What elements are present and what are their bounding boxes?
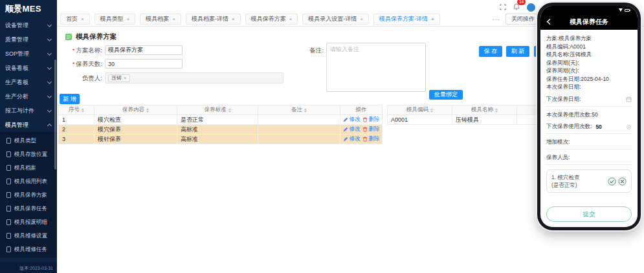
sidebar-item-quality-mgmt[interactable]: 质量管理: [0, 32, 57, 47]
table-header-row: 序号 保养内容 保养标准 备注 操作: [59, 105, 383, 115]
maintain-days-label: *保养天数:: [57, 60, 102, 69]
tab-mold-archive[interactable]: 模具档案×: [140, 14, 181, 25]
chevron-up-icon: [47, 123, 52, 127]
sort-icon[interactable]: [146, 108, 149, 113]
plan-name-input[interactable]: [105, 45, 183, 55]
sidebar-item-mold-location[interactable]: 模具存放位置: [0, 147, 57, 161]
gear-icon[interactable]: [626, 124, 632, 130]
mold-code-line: 模具编码:A0001: [546, 43, 632, 51]
add-shots-field[interactable]: 增加模次:: [546, 136, 632, 149]
battery-icon: [625, 9, 630, 12]
sidebar-item-mold-maintain-plan[interactable]: 模具保养方案: [0, 188, 57, 202]
tab-mold-type[interactable]: 模具类型×: [94, 14, 136, 25]
save-button[interactable]: 保 存: [479, 46, 502, 57]
calendar-icon[interactable]: [626, 96, 632, 102]
task-date-line: 保养任务日期:2025-04-10: [546, 75, 632, 83]
app-logo: 顺景MES: [0, 0, 57, 18]
card-item-name: 1. 模穴检查: [551, 174, 579, 180]
sort-icon[interactable]: [82, 108, 84, 113]
sidebar-item-mold-type[interactable]: 模具类型: [0, 134, 57, 147]
cross-circle-icon[interactable]: [618, 177, 627, 186]
cycle-days-line: 保养周期(天):: [546, 59, 632, 67]
sidebar-item-mold-archive[interactable]: 模具档案: [0, 161, 57, 175]
sidebar-scrollbar[interactable]: [54, 60, 56, 169]
chevron-down-icon: [47, 107, 52, 112]
card-item-standard: (是否正常): [551, 182, 577, 188]
sort-icon[interactable]: [430, 108, 433, 113]
document-icon: [6, 179, 11, 184]
tab-maintain-plan[interactable]: 模具保养方案×: [245, 14, 298, 25]
tab-entry-setting-detail[interactable]: 模具录入设置-详情×: [302, 14, 369, 25]
close-icon[interactable]: ×: [289, 16, 293, 22]
signal-icon: [619, 8, 623, 12]
sidebar-item-equipment-board[interactable]: 设备看板: [0, 61, 57, 75]
close-icon[interactable]: ×: [127, 16, 130, 22]
back-arrow-icon[interactable]: [546, 16, 553, 28]
remark-textarea[interactable]: [326, 43, 426, 92]
next-count-field[interactable]: 下次保养使用次数: 50: [546, 121, 632, 134]
sort-icon[interactable]: [228, 108, 231, 113]
sidebar-item-mold-scrap[interactable]: 模具报废明细: [0, 215, 57, 229]
document-icon: [6, 138, 11, 144]
delete-row-link[interactable]: 删除: [362, 135, 380, 143]
maintain-person-field[interactable]: 保养人员:: [546, 152, 632, 165]
sidebar-item-sop-mgmt[interactable]: SOP管理: [0, 47, 57, 61]
sort-icon[interactable]: [495, 108, 498, 113]
table-row: 2 模穴保养 高标准 修改 删除: [59, 125, 383, 135]
tab-home[interactable]: 首页×: [60, 14, 90, 25]
refresh-button[interactable]: 刷 新: [506, 46, 529, 57]
phone-mockup: 模具保养任务 方案:模具保养方案 模具编码:A0001 模具名称:压铸模具 保养…: [537, 3, 641, 230]
plan-line: 方案:模具保养方案: [546, 34, 632, 43]
chevron-down-icon: [47, 65, 52, 69]
close-icon[interactable]: ×: [431, 16, 434, 22]
tab-mold-archive-detail[interactable]: 模具档案-详情×: [186, 14, 241, 25]
edit-row-link[interactable]: 修改: [343, 126, 361, 133]
sidebar-item-piecework[interactable]: 报工与计件: [0, 104, 57, 118]
owner-tag-input[interactable]: 压铸×: [105, 72, 283, 83]
sidebar-item-production-board[interactable]: 生产看板: [0, 75, 57, 89]
phone-body: 方案:模具保养方案 模具编码:A0001 模具名称:压铸模具 保养周期(天): …: [540, 30, 638, 227]
edit-row-link[interactable]: 修改: [343, 116, 361, 124]
sidebar-item-mold-maintain-task[interactable]: 模具保养任务: [0, 202, 57, 215]
trash-icon: [362, 127, 368, 132]
tab-maintain-plan-detail[interactable]: 模具保养方案-详情×: [373, 14, 440, 25]
tab-overflow-button[interactable]: ···: [493, 16, 500, 23]
delete-row-link[interactable]: 删除: [362, 116, 380, 124]
pencil-icon: [343, 127, 348, 132]
sidebar-item-mold-requisition[interactable]: 模具领用列表: [0, 175, 57, 188]
sidebar-item-mold-repair-setting[interactable]: 模具维修设置: [0, 229, 57, 243]
trash-icon: [362, 117, 368, 122]
sidebar-item-production-analysis[interactable]: 生产分析: [0, 89, 57, 104]
close-icon[interactable]: ×: [172, 16, 175, 22]
mold-submenu: 模具类型 模具存放位置 模具档案 模具领用列表 模具保养方案 模具保养任务 模具…: [0, 132, 57, 257]
maintain-items-table: 序号 保养内容 保养标准 备注 操作 1 模穴检查 是否正常 修改 删除 2 模…: [58, 105, 383, 144]
app-screenshot: 顺景MES 设备管理 质量管理 SOP管理 设备看板 生产看板 生产分析 报工与…: [0, 0, 644, 273]
mold-name-line: 模具名称:压铸模具: [546, 50, 632, 59]
sidebar-item-mold-repair-task[interactable]: 模具维修任务: [0, 243, 57, 256]
sort-icon[interactable]: [304, 108, 307, 113]
close-icon[interactable]: ×: [81, 16, 84, 22]
remove-tag-icon[interactable]: ×: [124, 75, 127, 81]
chevron-down-icon: [47, 93, 52, 98]
delete-row-link[interactable]: 删除: [362, 126, 380, 133]
table-row: 3 模针保养 高标准 修改 删除: [59, 135, 383, 144]
sidebar-item-equipment-mgmt[interactable]: 设备管理: [0, 18, 57, 32]
batch-bind-button[interactable]: 批量绑定: [429, 90, 463, 100]
submit-button[interactable]: 提交: [546, 206, 632, 222]
chevron-down-icon: [47, 22, 52, 27]
next-date-field[interactable]: 下次保养日期:: [546, 94, 632, 107]
close-icon[interactable]: ×: [232, 16, 235, 22]
user-avatar[interactable]: [527, 3, 535, 12]
table-row: 1 模穴检查 是否正常 修改 删除: [59, 115, 383, 125]
sidebar-item-mold-mgmt[interactable]: 模具管理: [0, 118, 57, 132]
add-row-button[interactable]: 新 增: [60, 94, 80, 104]
chevron-down-icon: [47, 50, 52, 55]
this-count-line: 本次保养使用次数:50: [546, 111, 632, 119]
phone-nav-bar: 模具保养任务: [540, 14, 638, 30]
edit-row-link[interactable]: 修改: [343, 135, 361, 143]
check-circle-icon[interactable]: [608, 177, 616, 186]
document-icon: [6, 246, 11, 252]
document-icon: [6, 151, 11, 157]
maintain-days-input[interactable]: [105, 59, 183, 69]
close-icon[interactable]: ×: [360, 16, 363, 22]
